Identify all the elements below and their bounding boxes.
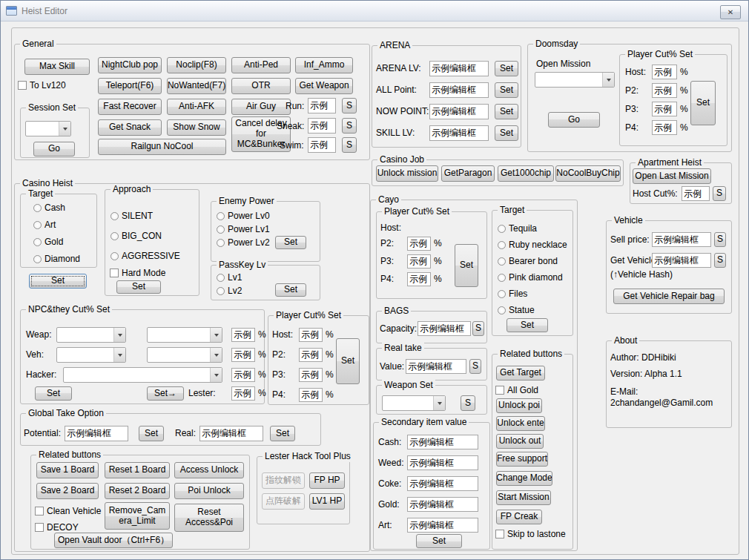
reset-1-board-button[interactable]: Reset 1 Board (105, 462, 170, 478)
access-unlock-button[interactable]: Access Unlock (174, 462, 244, 478)
lester-cut-input[interactable]: 示例 (231, 386, 255, 401)
radio-tequila[interactable]: Tequila (498, 223, 537, 234)
railgun-nocool-button[interactable]: Railgun NoCool (98, 139, 226, 155)
weap-combo-1[interactable] (56, 327, 126, 343)
real-set-button[interactable]: Set (270, 426, 295, 441)
casino-p4-input[interactable]: 示例 (299, 388, 323, 402)
radio-files[interactable]: Files (498, 289, 527, 299)
fp-hp-button[interactable]: FP HP (309, 472, 345, 489)
nowanted-button[interactable]: NoWanted(F7) (167, 78, 226, 94)
cayo-art-input[interactable]: 示例编辑框 (407, 518, 478, 533)
unlock-poi-button[interactable]: Unlock poi (496, 398, 542, 413)
run-input[interactable]: 示例 (308, 98, 336, 113)
now-point-set-button[interactable]: Set (495, 104, 518, 119)
cayo-p4-input[interactable]: 示例 (407, 272, 431, 286)
start-mission-button[interactable]: Start Mission (496, 490, 551, 505)
cayo-p3-input[interactable]: 示例 (407, 254, 431, 269)
casino-cut-set-button[interactable]: Set (336, 338, 360, 384)
hard-mode-checkbox[interactable]: Hard Mode (110, 268, 165, 278)
unlock-ente-button[interactable]: Unlock ente (496, 416, 545, 431)
skill-lv-set-button[interactable]: Set (495, 125, 518, 141)
potential-set-button[interactable]: Set (139, 426, 164, 441)
nightclub-pop-button[interactable]: NightClub pop (98, 57, 162, 73)
weap-combo-2[interactable] (147, 327, 222, 343)
unlock-out-button[interactable]: Unlock out (496, 434, 544, 449)
radio-big-con[interactable]: BIG_CON (110, 231, 162, 241)
passkey-set-button[interactable]: Set (275, 283, 306, 297)
radio-diamond[interactable]: Diamond (33, 254, 80, 264)
anti-ped-button[interactable]: Anti-Ped (231, 57, 291, 73)
radio-power-lv2[interactable]: Power Lv2 (217, 237, 270, 248)
show-snow-button[interactable]: Show Snow (167, 119, 226, 136)
doomsday-go-button[interactable]: Go (548, 112, 600, 128)
radio-pink-diamond[interactable]: Pink diamond (498, 272, 563, 283)
get-1000chip-button[interactable]: Get1000chip (498, 165, 554, 182)
open-last-mission-button[interactable]: Open Last Mission (633, 168, 711, 184)
secondary-set-button[interactable]: Set (416, 534, 462, 548)
swim-input[interactable]: 示例 (308, 137, 336, 153)
apartment-host-cut-input[interactable]: 示例 (682, 186, 710, 201)
sell-price-input[interactable]: 示例编辑框 (652, 232, 711, 247)
max-skill-button[interactable]: Max Skill (24, 59, 90, 75)
nocool-buychip-button[interactable]: NoCoolBuyChip (555, 165, 621, 182)
enemy-power-set-button[interactable]: Set (275, 236, 306, 249)
save-2-board-button[interactable]: Save 2 Board (36, 483, 99, 499)
fast-recover-button[interactable]: Fast Recover (98, 99, 162, 115)
radio-art[interactable]: Art (33, 220, 56, 230)
hacker-combo[interactable] (63, 367, 222, 383)
cayo-target-set-button[interactable]: Set (507, 318, 548, 332)
radio-lv1[interactable]: Lv1 (217, 272, 242, 283)
radio-gold[interactable]: Gold (33, 237, 63, 247)
weap-cut-input[interactable]: 示例 (231, 328, 255, 342)
change-mode-button[interactable]: Change Mode (496, 471, 552, 486)
noclip-button[interactable]: Noclip(F8) (167, 57, 226, 73)
real-take-s-button[interactable]: S (469, 359, 481, 374)
free-support-button[interactable]: Free support (496, 452, 548, 467)
weapon-set-combo[interactable] (382, 395, 446, 411)
radio-power-lv1[interactable]: Power Lv1 (217, 224, 270, 234)
sneak-s-button[interactable]: S (342, 118, 357, 134)
fingerprint-unlock-button[interactable]: 指纹解锁 (262, 472, 305, 489)
get-vehicle-input[interactable]: 示例编辑框 (652, 253, 711, 268)
veh-combo-2[interactable] (147, 347, 222, 363)
get-vehicle-repair-bag-button[interactable]: Get Vehicle Repair bag (613, 289, 725, 304)
casino-p3-input[interactable]: 示例 (299, 368, 323, 382)
otr-button[interactable]: OTR (231, 78, 291, 94)
apartment-host-cut-s-button[interactable]: S (713, 186, 726, 201)
sell-price-s-button[interactable]: S (714, 232, 726, 247)
cayo-p2-input[interactable]: 示例 (407, 237, 431, 251)
air-guy-button[interactable]: Air Guy (231, 99, 291, 115)
poi-unlock-button[interactable]: Poi Unlock (174, 483, 244, 499)
close-button[interactable]: ✕ (720, 5, 741, 19)
teleport-button[interactable]: Teleport(F6) (98, 78, 162, 94)
remove-camera-limit-button[interactable]: Remove_Camera_Limit (105, 502, 170, 530)
cayo-weed-input[interactable]: 示例编辑框 (407, 455, 478, 470)
get-target-button[interactable]: Get Target (496, 366, 545, 381)
npc-cut-set-arrow-button[interactable]: Set→ (147, 386, 184, 401)
approach-set-button[interactable]: Set (116, 280, 161, 294)
arena-lv-input[interactable]: 示例编辑框 (429, 61, 489, 76)
cayo-gold-input[interactable]: 示例编辑框 (407, 497, 478, 512)
sneak-input[interactable]: 示例 (308, 118, 336, 134)
get-weapon-button[interactable]: Get Weapon (295, 78, 353, 94)
dot-matrix-crack-button[interactable]: 点阵破解 (262, 493, 305, 510)
reset-access-poi-button[interactable]: Reset Access&Poi (174, 504, 244, 532)
open-vault-door-button[interactable]: Open Vault door（Ctrl+F6） (54, 533, 173, 548)
swim-s-button[interactable]: S (342, 137, 357, 153)
all-point-input[interactable]: 示例编辑框 (429, 82, 489, 98)
radio-bearer-bond[interactable]: Bearer bond (498, 256, 558, 266)
capacity-input[interactable]: 示例编辑框 (418, 321, 471, 336)
skip-to-lastone-checkbox[interactable]: Skip to lastone (495, 529, 566, 539)
session-go-button[interactable]: Go (33, 142, 75, 157)
npc-cut-set-button[interactable]: Set (35, 386, 72, 401)
get-vehicle-s-button[interactable]: S (714, 253, 726, 268)
doomsday-p4-input[interactable]: 示例 (652, 120, 677, 135)
cayo-cut-set-button[interactable]: Set (455, 244, 478, 287)
session-set-combo[interactable] (25, 121, 71, 136)
cayo-coke-input[interactable]: 示例编辑框 (407, 476, 478, 491)
radio-statue[interactable]: Statue (498, 305, 535, 315)
all-gold-checkbox[interactable]: All Gold (495, 385, 538, 395)
doomsday-mission-combo[interactable] (535, 72, 615, 88)
run-s-button[interactable]: S (342, 98, 357, 113)
reset-2-board-button[interactable]: Reset 2 Board (105, 483, 170, 499)
